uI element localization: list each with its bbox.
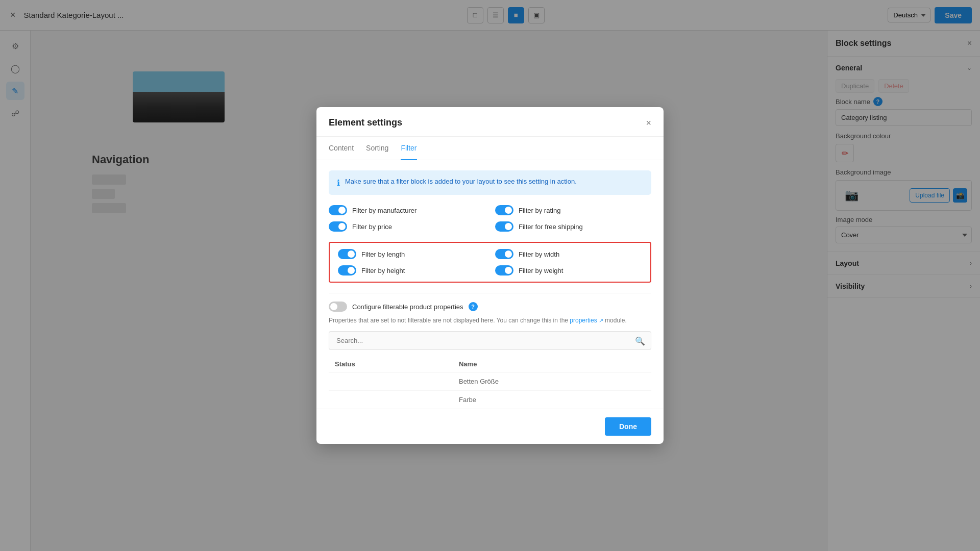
- regular-filters-grid: Filter by manufacturer Filter by rating …: [329, 205, 651, 232]
- modal-header: Element settings ×: [316, 107, 664, 137]
- filter-rating: Filter by rating: [495, 205, 651, 215]
- filter-weight: Filter by weight: [495, 265, 642, 276]
- modal-close-button[interactable]: ×: [646, 118, 651, 128]
- filter-manufacturer: Filter by manufacturer: [329, 205, 485, 215]
- filter-free-shipping: Filter for free shipping: [495, 221, 651, 232]
- toggle-track-height: [338, 265, 356, 276]
- toggle-length[interactable]: [338, 249, 356, 259]
- toggle-configure[interactable]: [329, 302, 347, 312]
- modal-dialog: Element settings × Content Sorting Filte…: [316, 107, 664, 444]
- modal-overlay: Element settings × Content Sorting Filte…: [0, 0, 980, 551]
- search-input[interactable]: [329, 331, 651, 350]
- toggle-track-manufacturer: [329, 205, 347, 215]
- filter-length: Filter by length: [338, 249, 485, 259]
- divider: [329, 293, 651, 293]
- filter-price-label: Filter by price: [352, 223, 392, 231]
- properties-link[interactable]: properties: [570, 317, 603, 324]
- table-row: Betten Größe: [329, 372, 651, 391]
- info-banner: ℹ Make sure that a filter block is added…: [329, 170, 651, 195]
- configure-row: Configure filterable product properties …: [329, 302, 651, 312]
- table-cell-toggle-1: [329, 372, 453, 391]
- filter-free-shipping-label: Filter for free shipping: [519, 223, 583, 231]
- filter-width: Filter by width: [495, 249, 642, 259]
- toggle-track-configure: [329, 302, 347, 312]
- toggle-track-price: [329, 221, 347, 232]
- toggle-free-shipping[interactable]: [495, 221, 513, 232]
- modal-title: Element settings: [329, 117, 402, 128]
- modal-body: ℹ Make sure that a filter block is added…: [316, 160, 664, 409]
- done-button[interactable]: Done: [605, 417, 651, 436]
- toggle-track-free-shipping: [495, 221, 513, 232]
- table-cell-name-1: Betten Größe: [453, 372, 651, 391]
- toggle-height[interactable]: [338, 265, 356, 276]
- search-bar: 🔍: [329, 331, 651, 350]
- modal-footer: Done: [316, 409, 664, 444]
- highlighted-filters-grid: Filter by length Filter by width: [338, 249, 642, 276]
- toggle-weight[interactable]: [495, 265, 513, 276]
- info-banner-text: Make sure that a filter block is added t…: [345, 178, 577, 185]
- toggle-width[interactable]: [495, 249, 513, 259]
- filter-rating-label: Filter by rating: [519, 207, 560, 214]
- toggle-price[interactable]: [329, 221, 347, 232]
- highlighted-filters-box: Filter by length Filter by width: [329, 242, 651, 283]
- filter-manufacturer-label: Filter by manufacturer: [352, 207, 416, 214]
- table-cell-name-2: Farbe: [453, 391, 651, 409]
- tab-filter[interactable]: Filter: [401, 137, 416, 160]
- table-row: Farbe: [329, 391, 651, 409]
- toggle-track-rating: [495, 205, 513, 215]
- table-header-status: Status: [329, 356, 453, 372]
- info-banner-icon: ℹ: [337, 178, 340, 188]
- filter-height: Filter by height: [338, 265, 485, 276]
- modal-tabs: Content Sorting Filter: [316, 137, 664, 160]
- tab-sorting[interactable]: Sorting: [366, 137, 388, 160]
- toggle-rating[interactable]: [495, 205, 513, 215]
- toggle-manufacturer[interactable]: [329, 205, 347, 215]
- filter-weight-label: Filter by weight: [519, 267, 563, 274]
- tab-content[interactable]: Content: [329, 137, 354, 160]
- configure-note: Properties that are set to not filterabl…: [329, 316, 651, 325]
- configure-info-icon: ?: [469, 302, 478, 311]
- configure-label: Configure filterable product properties: [352, 303, 463, 311]
- toggle-track-length: [338, 249, 356, 259]
- table-cell-toggle-2: [329, 391, 453, 409]
- toggle-track-weight: [495, 265, 513, 276]
- filter-width-label: Filter by width: [519, 251, 559, 258]
- filter-length-label: Filter by length: [361, 251, 405, 258]
- toggle-track-width: [495, 249, 513, 259]
- filter-table: Status Name Betten Größe: [329, 356, 651, 409]
- search-icon: 🔍: [635, 336, 645, 345]
- filter-price: Filter by price: [329, 221, 485, 232]
- table-header-name: Name: [453, 356, 651, 372]
- filter-height-label: Filter by height: [361, 267, 405, 274]
